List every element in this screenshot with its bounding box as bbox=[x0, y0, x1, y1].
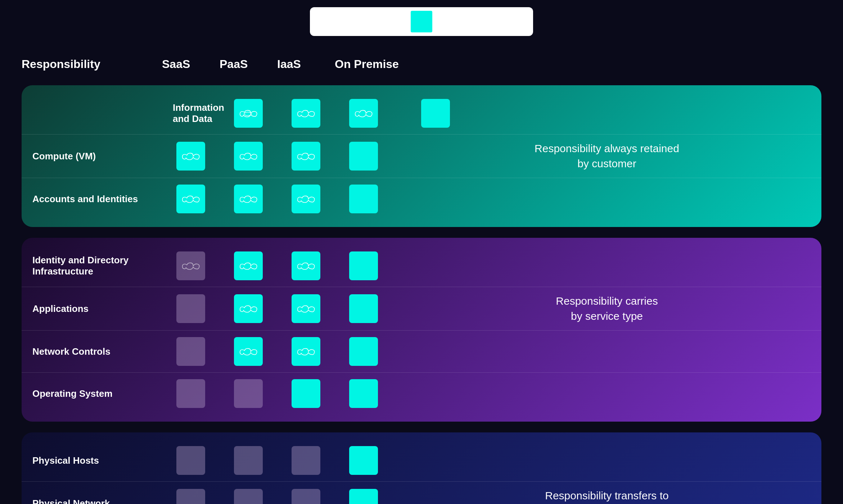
icon-box-cyan bbox=[292, 99, 320, 128]
cloud-infinity-icon bbox=[297, 346, 315, 357]
table-row: Network Controls bbox=[22, 331, 821, 373]
table-header: Responsibility SaaS PaaS IaaS On Premise bbox=[22, 58, 821, 74]
cell-ph-paas bbox=[230, 446, 288, 475]
cloud-infinity-icon-muted bbox=[182, 260, 200, 271]
plain-cyan-box bbox=[421, 99, 450, 128]
cell-accounts-iaas bbox=[288, 185, 346, 213]
table-row: Physical Network Responsibility transfer… bbox=[22, 482, 821, 504]
row-label-applications: Applications bbox=[32, 303, 173, 314]
cell-compute-saas bbox=[173, 142, 230, 171]
plain-muted-box bbox=[292, 446, 320, 475]
cell-pn-saas bbox=[173, 489, 230, 504]
plain-muted-box bbox=[176, 446, 205, 475]
cell-ph-iaas bbox=[288, 446, 346, 475]
section-teal-label-cell2: Responsibility always retainedby custome… bbox=[418, 141, 811, 171]
logo-box bbox=[310, 7, 533, 36]
cloud-infinity-icon bbox=[297, 151, 315, 162]
cell-accounts-onpremise bbox=[346, 185, 418, 213]
cell-network-saas bbox=[173, 337, 230, 366]
plain-muted-box bbox=[292, 489, 320, 504]
plain-cyan-box bbox=[349, 251, 378, 280]
plain-cyan-box bbox=[349, 446, 378, 475]
cell-network-onpremise bbox=[346, 337, 418, 366]
cloud-infinity-icon bbox=[239, 346, 257, 357]
section-purple-label-cell: Responsibility carriesby service type bbox=[418, 294, 811, 324]
section-blue-label-cell: Responsibility transfers tocloud provide… bbox=[418, 488, 811, 504]
section-purple-label: Responsibility carriesby service type bbox=[556, 294, 672, 324]
cloud-infinity-icon bbox=[182, 151, 200, 162]
cell-info-iaas bbox=[346, 99, 418, 128]
cloud-infinity-icon bbox=[182, 194, 200, 204]
plain-cyan-box bbox=[349, 489, 378, 504]
cloud-infinity-icon bbox=[297, 194, 315, 204]
icon-box-cyan bbox=[292, 294, 320, 323]
icon-box-cyan bbox=[292, 251, 320, 280]
table-row: Operating System bbox=[22, 373, 821, 414]
cell-accounts-saas bbox=[173, 185, 230, 213]
cell-info-onpremise bbox=[418, 99, 811, 128]
table-row: Accounts and Identities bbox=[22, 178, 821, 220]
cell-app-iaas bbox=[288, 294, 346, 323]
icon-box-cyan bbox=[234, 337, 263, 366]
icon-box-cyan bbox=[234, 294, 263, 323]
cell-info-paas bbox=[288, 99, 346, 128]
cell-compute-onpremise bbox=[346, 142, 418, 171]
cell-os-paas bbox=[230, 379, 288, 408]
plain-cyan-box bbox=[349, 185, 378, 213]
section-purple: Identity and Directory Infrastructure bbox=[22, 238, 821, 422]
icon-box-cyan bbox=[234, 142, 263, 171]
section-blue-dark: Physical Hosts Physical Network bbox=[22, 432, 821, 504]
col-paas: PaaS bbox=[220, 58, 277, 71]
plain-cyan-box bbox=[349, 294, 378, 323]
cloud-infinity-icon bbox=[297, 303, 315, 314]
col-onpremise: On Premise bbox=[335, 58, 407, 71]
cell-network-iaas bbox=[288, 337, 346, 366]
plain-muted-box bbox=[234, 379, 263, 408]
icon-box-muted bbox=[176, 251, 205, 280]
icon-box-cyan bbox=[292, 142, 320, 171]
cloud-infinity-icon bbox=[239, 151, 257, 162]
cell-pn-iaas bbox=[288, 489, 346, 504]
row-label-accounts: Accounts and Identities bbox=[32, 194, 173, 205]
icon-box-cyan bbox=[234, 99, 263, 128]
table-row: Physical Hosts bbox=[22, 440, 821, 482]
icon-box-cyan bbox=[292, 185, 320, 213]
cloud-infinity-icon bbox=[239, 260, 257, 271]
cell-compute-paas bbox=[230, 142, 288, 171]
cell-os-iaas bbox=[288, 379, 346, 408]
cell-info-saas bbox=[230, 99, 288, 128]
table-row: Compute (VM) bbox=[22, 135, 821, 178]
cell-app-saas bbox=[173, 294, 230, 323]
plain-cyan-box bbox=[349, 142, 378, 171]
cell-identity-saas bbox=[173, 251, 230, 280]
cell-pn-paas bbox=[230, 489, 288, 504]
row-label-os: Operating System bbox=[32, 388, 173, 399]
row-label-physical-hosts: Physical Hosts bbox=[32, 455, 173, 466]
cloud-infinity-icon bbox=[239, 108, 257, 119]
plain-muted-box bbox=[176, 379, 205, 408]
cell-accounts-paas bbox=[230, 185, 288, 213]
plain-muted-box bbox=[176, 489, 205, 504]
cloud-infinity-icon bbox=[239, 194, 257, 204]
cell-app-onpremise bbox=[346, 294, 418, 323]
cell-identity-onpremise bbox=[346, 251, 418, 280]
cell-ph-saas bbox=[173, 446, 230, 475]
icon-box-cyan bbox=[234, 185, 263, 213]
col-responsibility: Responsibility bbox=[22, 58, 162, 71]
cell-app-paas bbox=[230, 294, 288, 323]
icon-box-cyan bbox=[292, 337, 320, 366]
plain-cyan-box bbox=[349, 379, 378, 408]
icon-box-cyan bbox=[349, 99, 378, 128]
col-extra bbox=[407, 58, 821, 71]
main-container: Responsibility SaaS PaaS IaaS On Premise… bbox=[0, 58, 843, 504]
logo-cyan-square bbox=[411, 11, 432, 32]
row-label-physical-network: Physical Network bbox=[32, 498, 173, 504]
row-label-compute: Compute (VM) bbox=[32, 151, 173, 162]
cloud-infinity-icon bbox=[297, 260, 315, 271]
cell-pn-onpremise bbox=[346, 489, 418, 504]
cell-ph-onpremise bbox=[346, 446, 418, 475]
section-teal: Information and Data bbox=[22, 85, 821, 227]
table-row: Identity and Directory Infrastructure bbox=[22, 245, 821, 287]
icon-box-cyan bbox=[176, 185, 205, 213]
col-saas: SaaS bbox=[162, 58, 220, 71]
